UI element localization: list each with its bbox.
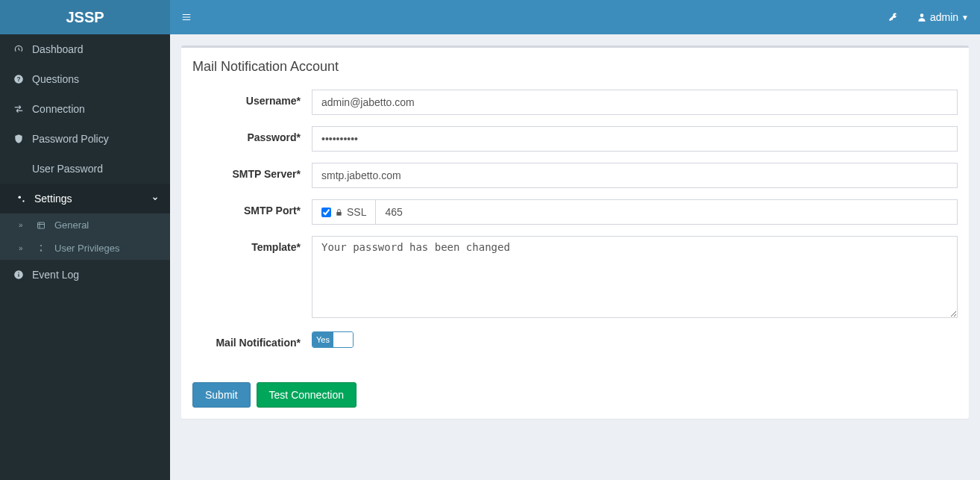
label-template: Template* <box>192 236 312 253</box>
user-label: admin <box>930 11 958 23</box>
content: Mail Notification Account Username* Pass… <box>170 34 980 430</box>
svg-point-10 <box>920 13 924 17</box>
sidebar-item-questions[interactable]: ? Questions <box>0 64 170 94</box>
accessibility-icon <box>37 244 48 253</box>
mail-notification-toggle[interactable]: Yes <box>312 331 354 348</box>
sidebar-item-connection[interactable]: Connection <box>0 94 170 124</box>
sidebar-subitem-general[interactable]: » General <box>0 213 170 237</box>
toggle-handle <box>333 332 353 347</box>
sidebar-item-user-password[interactable]: User Password <box>0 154 170 184</box>
shield-icon <box>11 134 26 144</box>
list-icon <box>37 221 48 230</box>
svg-rect-8 <box>18 272 19 273</box>
sidebar-item-label: Password Policy <box>32 133 109 145</box>
sidebar: JSSP Dashboard ? Questions Connection <box>0 0 170 480</box>
connection-icon <box>11 104 26 114</box>
svg-text:?: ? <box>17 76 21 83</box>
caret-down-icon: ▼ <box>961 13 969 22</box>
username-input[interactable] <box>312 90 958 115</box>
label-username: Username* <box>192 90 312 107</box>
label-smtp-port: SMTP Port* <box>192 199 312 216</box>
sidebar-item-event-log[interactable]: Event Log <box>0 260 170 290</box>
svg-point-9 <box>895 14 897 16</box>
hamburger-icon[interactable] <box>181 12 192 22</box>
sidebar-item-password-policy[interactable]: Password Policy <box>0 124 170 154</box>
brand-logo: JSSP <box>0 0 170 34</box>
svg-rect-11 <box>336 212 341 216</box>
asterisk-icon <box>11 163 26 174</box>
svg-point-3 <box>22 200 24 202</box>
submit-button[interactable]: Submit <box>192 382 251 408</box>
svg-point-5 <box>40 245 42 246</box>
test-connection-button[interactable]: Test Connection <box>257 382 356 408</box>
sidebar-item-settings[interactable]: Settings <box>0 184 170 213</box>
cogs-icon <box>13 193 28 204</box>
sidebar-item-label: Questions <box>32 73 79 85</box>
smtp-port-input[interactable] <box>375 199 958 225</box>
svg-rect-4 <box>38 222 45 228</box>
svg-rect-7 <box>18 274 19 277</box>
ssl-label: SSL <box>347 206 366 218</box>
template-textarea[interactable] <box>312 236 958 318</box>
label-smtp-server: SMTP Server* <box>192 163 312 180</box>
key-icon[interactable] <box>888 11 900 23</box>
smtp-server-input[interactable] <box>312 163 958 188</box>
panel-mail-notification: Mail Notification Account Username* Pass… <box>181 46 969 419</box>
user-icon <box>917 12 927 22</box>
angle-right-icon: » <box>19 244 29 252</box>
password-input[interactable] <box>312 126 958 152</box>
sidebar-nav: Dashboard ? Questions Connection Passwor… <box>0 34 170 290</box>
main-area: admin ▼ Mail Notification Account Userna… <box>170 0 980 480</box>
sidebar-subitem-label: User Privileges <box>54 243 119 254</box>
sidebar-subitem-label: General <box>54 219 89 231</box>
ssl-checkbox[interactable] <box>321 208 331 217</box>
sidebar-item-dashboard[interactable]: Dashboard <box>0 34 170 64</box>
angle-right-icon: » <box>19 221 29 229</box>
topbar: admin ▼ <box>170 0 980 34</box>
label-mail-notification: Mail Notification* <box>192 331 312 349</box>
sidebar-item-label: User Password <box>32 163 103 175</box>
chevron-down-icon <box>151 195 159 202</box>
ssl-addon: SSL <box>312 199 375 225</box>
lock-icon <box>335 208 343 216</box>
sidebar-item-label: Dashboard <box>32 43 84 55</box>
user-menu[interactable]: admin ▼ <box>917 11 969 23</box>
dashboard-icon <box>11 44 26 54</box>
label-password: Password* <box>192 126 312 143</box>
info-icon <box>11 269 26 280</box>
sidebar-item-label: Settings <box>34 193 72 205</box>
panel-title: Mail Notification Account <box>181 48 969 82</box>
sidebar-item-label: Connection <box>32 103 85 115</box>
question-icon: ? <box>11 74 26 84</box>
sidebar-subitem-user-privileges[interactable]: » User Privileges <box>0 237 170 260</box>
sidebar-item-label: Event Log <box>32 269 79 281</box>
svg-point-2 <box>19 196 22 199</box>
settings-submenu: » General » User Privileges <box>0 213 170 260</box>
toggle-on-label: Yes <box>312 332 333 347</box>
